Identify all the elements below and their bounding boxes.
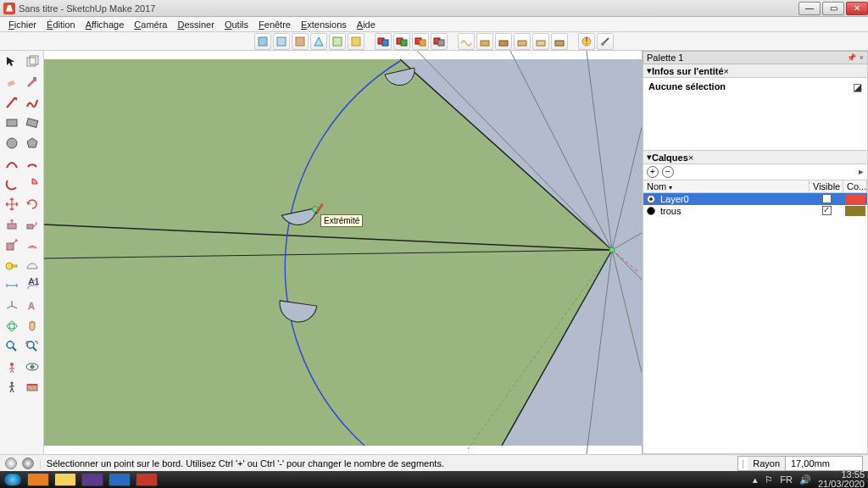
tape-tool-icon[interactable]	[3, 256, 21, 274]
status-help-icon[interactable]	[22, 458, 34, 469]
zoom-extents-tool-icon[interactable]	[23, 337, 42, 356]
layer-visible-checkbox[interactable]	[822, 194, 832, 203]
offset-tool-icon[interactable]	[23, 236, 42, 254]
menu-extensions[interactable]: Extensions	[296, 19, 352, 30]
component-tool-icon[interactable]	[23, 53, 42, 71]
pushpull-tool-icon[interactable]	[3, 215, 21, 234]
layer-radio[interactable]	[647, 207, 655, 215]
menu-affichage[interactable]: Affichage	[81, 19, 130, 30]
solid-union-icon[interactable]	[412, 33, 429, 50]
sandbox-1-icon[interactable]	[458, 33, 475, 50]
arc-tool-icon[interactable]	[3, 154, 21, 173]
sandbox-6-icon[interactable]	[551, 33, 568, 50]
solid-subtract-icon[interactable]	[431, 33, 448, 50]
tray-pin-icon[interactable]: 📌	[847, 53, 856, 62]
select-tool-icon[interactable]	[3, 53, 21, 71]
layer-radio[interactable]	[647, 195, 655, 203]
entity-menu-icon[interactable]: ◪	[853, 81, 862, 93]
entity-close-icon[interactable]: ×	[724, 66, 729, 76]
start-button[interactable]	[3, 473, 22, 486]
rectangle-tool-icon[interactable]	[3, 114, 21, 132]
dimension-tool-icon[interactable]	[3, 276, 21, 295]
look-around-icon[interactable]	[23, 358, 42, 376]
prefs-icon[interactable]	[597, 33, 614, 50]
menu-outils[interactable]: Outils	[220, 19, 253, 30]
rotated-rect-tool-icon[interactable]	[23, 114, 42, 132]
solid-outer-shell-icon[interactable]	[375, 33, 392, 50]
arc3-tool-icon[interactable]	[3, 175, 21, 193]
layers-menu-icon[interactable]: ▸	[859, 166, 864, 178]
paint-tool-icon[interactable]	[23, 73, 42, 92]
layers-column-header[interactable]: Nom ▾ Visible Co...	[643, 180, 867, 193]
tray-lang[interactable]: FR	[780, 474, 793, 485]
close-button[interactable]: ✕	[846, 2, 868, 15]
layer-color-swatch[interactable]	[845, 206, 865, 216]
task-firefox-icon[interactable]	[81, 473, 103, 486]
task-mail-icon[interactable]	[108, 473, 131, 486]
menu-edition[interactable]: Édition	[42, 19, 81, 30]
tray-flag-icon[interactable]: ⚐	[765, 474, 773, 485]
sandbox-2-icon[interactable]	[476, 33, 493, 50]
layer-row[interactable]: Layer0	[643, 193, 867, 205]
menu-aide[interactable]: Aide	[352, 19, 381, 30]
minimize-button[interactable]: —	[798, 2, 821, 15]
style-hidden-icon[interactable]	[292, 33, 309, 50]
layer-visible-checkbox[interactable]	[822, 206, 832, 215]
task-explorer-icon[interactable]	[54, 473, 76, 486]
layers-close-icon[interactable]: ×	[688, 152, 693, 163]
task-sketchup-icon[interactable]	[136, 473, 158, 486]
protractor-tool-icon[interactable]	[23, 256, 42, 274]
sandbox-3-icon[interactable]	[495, 33, 512, 50]
menu-camera[interactable]: Caméra	[129, 19, 172, 30]
scale-tool-icon[interactable]	[3, 236, 21, 254]
remove-layer-button[interactable]: −	[662, 166, 674, 178]
orbit-tool-icon[interactable]	[3, 317, 21, 336]
menu-fichier[interactable]: Fichier	[3, 19, 42, 30]
style-wire-icon[interactable]	[310, 33, 327, 50]
followme-tool-icon[interactable]	[23, 215, 42, 234]
line-tool-icon[interactable]	[3, 93, 21, 112]
polygon-tool-icon[interactable]	[23, 134, 42, 152]
warning-icon[interactable]: !	[578, 33, 595, 50]
walk-tool-icon[interactable]	[3, 378, 21, 396]
style-xray-icon[interactable]	[348, 33, 364, 50]
3dtext-tool-icon[interactable]: A	[23, 297, 42, 315]
style-shaded-icon[interactable]	[254, 33, 271, 50]
text-tool-icon[interactable]: A1	[23, 276, 42, 295]
rotate-tool-icon[interactable]	[23, 195, 42, 214]
tray-title[interactable]: Palette 1 📌 ×	[643, 51, 868, 64]
layers-header[interactable]: ▾ Calques ×	[643, 151, 868, 164]
menu-dessiner[interactable]: Dessiner	[172, 19, 219, 30]
tray-date[interactable]: 21/03/2020	[818, 480, 865, 488]
system-tray[interactable]: ▴ ⚐ FR 🔊 13:55 21/03/2020	[753, 470, 865, 488]
maximize-button[interactable]: ▭	[822, 2, 844, 15]
tray-chevron-icon[interactable]: ▴	[753, 474, 758, 485]
measurement-value[interactable]: 17,00mm	[786, 457, 862, 470]
circle-tool-icon[interactable]	[3, 134, 21, 152]
freehand-tool-icon[interactable]	[23, 93, 42, 112]
move-tool-icon[interactable]	[3, 195, 21, 214]
style-shaded-tex-icon[interactable]	[273, 33, 290, 50]
pan-tool-icon[interactable]	[23, 317, 42, 336]
eraser-tool-icon[interactable]	[3, 73, 21, 92]
solid-intersect-icon[interactable]	[393, 33, 410, 50]
viewport[interactable]: Extrémité	[44, 51, 642, 454]
layer-color-swatch[interactable]	[845, 194, 865, 204]
section-tool-icon[interactable]	[23, 378, 42, 396]
tray-close-icon[interactable]: ×	[860, 53, 864, 62]
arc2-tool-icon[interactable]	[23, 154, 42, 173]
taskbar[interactable]: ▴ ⚐ FR 🔊 13:55 21/03/2020	[0, 471, 868, 488]
sandbox-4-icon[interactable]	[514, 33, 531, 50]
tray-volume-icon[interactable]: 🔊	[799, 474, 811, 485]
task-mediaplayer-icon[interactable]	[27, 473, 49, 486]
status-info-icon[interactable]	[5, 458, 17, 469]
zoom-tool-icon[interactable]	[3, 337, 21, 356]
model-view[interactable]	[44, 51, 642, 454]
add-layer-button[interactable]: +	[647, 166, 659, 178]
menu-fenetre[interactable]: Fenêtre	[253, 19, 296, 30]
sandbox-5-icon[interactable]	[532, 33, 549, 50]
pie-tool-icon[interactable]	[23, 175, 42, 193]
style-mono-icon[interactable]	[329, 33, 346, 50]
position-camera-icon[interactable]	[3, 358, 21, 376]
layer-row[interactable]: trous	[643, 205, 867, 217]
